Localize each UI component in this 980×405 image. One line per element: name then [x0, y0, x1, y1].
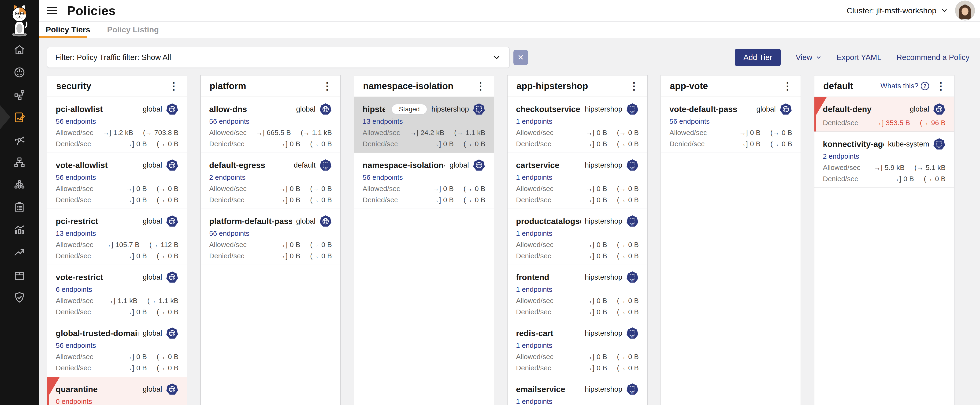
- tier-menu-kebab-icon[interactable]: ⋮: [934, 81, 948, 91]
- policy-card-vote-allowlist[interactable]: vote-allowlistglobal56 endpointsAllowed/…: [47, 153, 187, 209]
- tier-board: security⋮pci-allowlistglobal56 endpoints…: [47, 75, 969, 405]
- egress-arrow-icon: (→: [157, 196, 165, 204]
- ingress-arrow-icon: →]: [126, 140, 134, 148]
- endpoints-link[interactable]: 56 endpoints: [56, 174, 96, 182]
- endpoints-link[interactable]: 56 endpoints: [56, 117, 96, 125]
- sidebar-item-activity[interactable]: [0, 246, 39, 259]
- scope-label: hipstershop: [585, 329, 622, 338]
- ingress-arrow-icon: →]: [586, 140, 594, 148]
- metric-label: Denied/sec: [516, 364, 551, 372]
- egress-arrow-icon: (→: [454, 129, 463, 137]
- policy-card-default-deny[interactable]: default-denyglobalDenied/sec→]353.5 B(→9…: [815, 97, 954, 132]
- endpoints-link[interactable]: 56 endpoints: [56, 341, 96, 349]
- endpoints-link[interactable]: 0 endpoints: [56, 397, 92, 405]
- endpoints-link[interactable]: 1 endpoints: [516, 174, 552, 182]
- sidebar-item-policies[interactable]: [0, 111, 39, 124]
- tab-policy-listing[interactable]: Policy Listing: [107, 25, 159, 34]
- tier-menu-kebab-icon[interactable]: ⋮: [474, 81, 488, 91]
- endpoints-link[interactable]: 1 endpoints: [516, 285, 552, 293]
- cluster-selector[interactable]: Cluster: jlt-msft-workshop: [846, 6, 948, 15]
- policy-card-allow-dns[interactable]: allow-dnsglobal56 endpointsAllowed/sec→]…: [201, 97, 340, 153]
- hamburger-menu-icon[interactable]: [47, 7, 57, 14]
- svg-text:ns: ns: [631, 280, 633, 282]
- ingress-value: 0 B: [597, 241, 607, 249]
- traffic-metric-row: Allowed/sec→]0 B(→0 B: [209, 241, 332, 249]
- policy-card-default-egress[interactable]: default-egressdefaultns2 endpointsAllowe…: [201, 153, 340, 209]
- policy-card-vote-restrict[interactable]: vote-restrictglobal6 endpointsAllowed/se…: [47, 265, 187, 321]
- traffic-metric-row: Allowed/sec→]1.1 kB(→1.1 kB: [56, 297, 178, 305]
- service-graph-icon: [13, 89, 26, 101]
- endpoints-link[interactable]: 1 endpoints: [516, 341, 552, 349]
- policy-card-pci-restrict[interactable]: pci-restrictglobal13 endpointsAllowed/se…: [47, 209, 187, 265]
- sidebar-item-network-flows[interactable]: [0, 134, 39, 146]
- policy-card-vote-default-pass[interactable]: vote-default-passglobal56 endpointsAllow…: [661, 97, 800, 153]
- endpoints-link[interactable]: 2 endpoints: [209, 174, 245, 182]
- policy-card-global-trusted-domains[interactable]: global-trusted-domainsglobal56 endpoints…: [47, 321, 187, 377]
- policy-name: global-trusted-domains: [56, 328, 138, 338]
- ingress-arrow-icon: →]: [279, 196, 287, 204]
- policy-card-productcatalogservice[interactable]: productcatalogservicehipstershopns1 endp…: [508, 209, 647, 265]
- tier-menu-kebab-icon[interactable]: ⋮: [167, 81, 181, 91]
- endpoints-link[interactable]: 1 endpoints: [516, 117, 552, 125]
- sidebar-item-threat-defense[interactable]: [0, 291, 39, 304]
- sidebar-item-image-assurance[interactable]: [0, 269, 39, 281]
- scope-label: global: [143, 385, 162, 394]
- scope-label: global: [143, 105, 162, 113]
- sidebar-item-endpoints[interactable]: [0, 179, 39, 191]
- endpoints-link[interactable]: 56 endpoints: [209, 117, 250, 125]
- ingress-value: 0 B: [136, 185, 147, 193]
- endpoints-link[interactable]: 56 endpoints: [363, 174, 403, 182]
- policy-traffic-filter-select[interactable]: Filter: Policy Traffic filter: Show All: [47, 47, 510, 68]
- sidebar-item-dashboard-gauge[interactable]: [0, 66, 39, 79]
- policy-name: emailservice: [516, 384, 565, 394]
- policy-card-pci-allowlist[interactable]: pci-allowlistglobal56 endpointsAllowed/s…: [47, 97, 187, 153]
- policy-card-quarantine[interactable]: quarantineglobal0 endpoints: [47, 377, 187, 405]
- policy-card-frontend[interactable]: frontendhipstershopns1 endpointsAllowed/…: [508, 265, 647, 321]
- export-yaml-button[interactable]: Export YAML: [837, 53, 881, 62]
- endpoints-link[interactable]: 13 endpoints: [56, 230, 96, 238]
- tier-menu-kebab-icon[interactable]: ⋮: [627, 81, 641, 91]
- policy-card-redis-cart[interactable]: redis-carthipstershopns1 endpointsAllowe…: [508, 321, 647, 377]
- endpoints-link[interactable]: 56 endpoints: [670, 117, 710, 125]
- policy-card-emailservice[interactable]: emailservicehipstershopns1 endpointsAllo…: [508, 377, 647, 405]
- sidebar: [0, 0, 39, 405]
- clear-filter-button[interactable]: ✕: [514, 50, 528, 65]
- endpoints-link[interactable]: 56 endpoints: [209, 230, 250, 238]
- add-tier-button[interactable]: Add Tier: [735, 49, 781, 66]
- egress-value: 0 B: [168, 364, 178, 372]
- policy-card-checkoutservice[interactable]: checkoutservicehipstershopns1 endpointsA…: [508, 97, 647, 153]
- metric-label: Denied/sec: [209, 196, 244, 204]
- traffic-metric-row: Denied/sec→]0 B(→0 B: [516, 364, 639, 372]
- endpoints-link[interactable]: 2 endpoints: [823, 152, 859, 160]
- traffic-metric-row: Denied/sec→]0 B(→0 B: [516, 308, 639, 316]
- sidebar-item-compliance-reports[interactable]: [0, 201, 39, 214]
- tab-policy-tiers[interactable]: Policy Tiers: [46, 25, 90, 34]
- policy-card-namespace-isolation-default-p[interactable]: namespace-isolation-default-p…global56 e…: [354, 153, 494, 209]
- sidebar-item-home[interactable]: [0, 44, 39, 56]
- policy-card-konnectivity-agent[interactable]: konnectivity-agentkube-systemns2 endpoin…: [815, 132, 954, 188]
- ingress-value: 5.9 kB: [885, 164, 905, 172]
- endpoints-link[interactable]: 6 endpoints: [56, 285, 92, 293]
- user-avatar[interactable]: [955, 0, 975, 21]
- sidebar-item-statistics[interactable]: [0, 223, 39, 236]
- policy-card-cartservice[interactable]: cartservicehipstershopns1 endpointsAllow…: [508, 153, 647, 209]
- recommend-policy-button[interactable]: Recommend a Policy: [896, 53, 969, 62]
- policy-card-hipstershop-gh[interactable]: hipstershop-gh…Stagedhipstershopns13 end…: [354, 97, 494, 153]
- ingress-arrow-icon: →]: [410, 129, 418, 137]
- policy-card-platform-default-pass[interactable]: platform-default-passglobal56 endpointsA…: [201, 209, 340, 265]
- active-tab-underline: [39, 36, 87, 38]
- whats-this-link[interactable]: Whats this? ?: [880, 82, 929, 90]
- tier-menu-kebab-icon[interactable]: ⋮: [780, 81, 794, 91]
- endpoints-link[interactable]: 1 endpoints: [516, 230, 552, 238]
- ingress-value: 0 B: [136, 353, 147, 361]
- view-menu-button[interactable]: View: [795, 53, 822, 62]
- endpoints-link[interactable]: 13 endpoints: [363, 117, 403, 125]
- tier-menu-kebab-icon[interactable]: ⋮: [320, 81, 334, 91]
- sidebar-item-nodes[interactable]: [0, 156, 39, 169]
- endpoints-link[interactable]: 1 endpoints: [516, 397, 552, 405]
- egress-arrow-icon: (→: [157, 353, 165, 361]
- sidebar-item-service-graph[interactable]: [0, 89, 39, 101]
- egress-value: 0 B: [168, 196, 178, 204]
- traffic-metric-row: Denied/sec→]353.5 B(→96 B: [823, 119, 945, 127]
- egress-value: 1.1 kB: [159, 297, 178, 305]
